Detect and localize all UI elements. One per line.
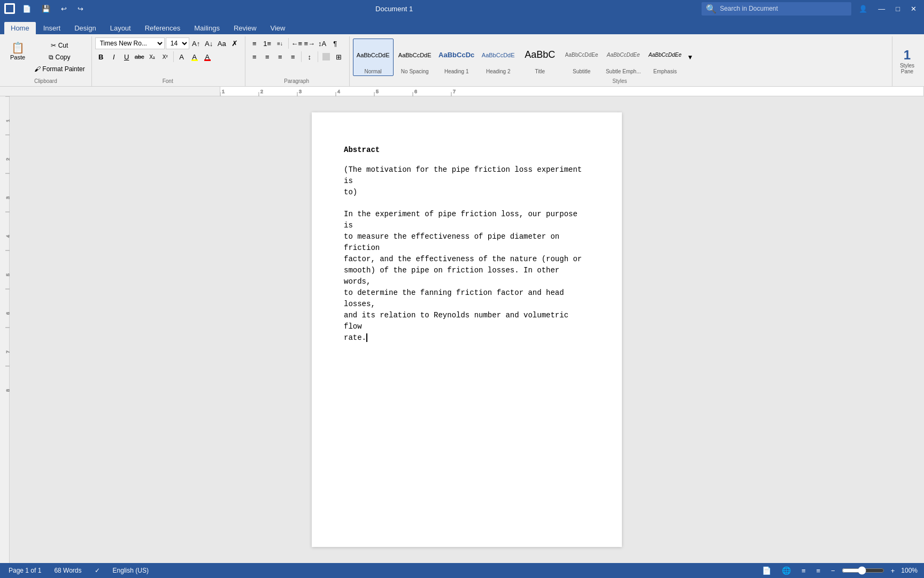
view-outline-button[interactable]: ≡ xyxy=(798,566,809,576)
new-doc-button[interactable]: 📄 xyxy=(19,4,34,14)
redo-button[interactable]: ↪ xyxy=(74,4,87,14)
styles-group: AaBbCcDdE Normal AaBbCcDdE No Spacing Aa… xyxy=(351,36,891,86)
bullets-button[interactable]: ≡ xyxy=(249,37,260,49)
strikethrough-button[interactable]: abc xyxy=(134,51,145,63)
status-bar: Page 1 of 1 68 Words ✓ English (US) 📄 🌐 … xyxy=(0,563,924,578)
tab-insert[interactable]: Insert xyxy=(37,22,67,34)
editor-area[interactable]: Abstract (The motivation for the pipe fr… xyxy=(10,96,924,563)
font-size-select[interactable]: 14 xyxy=(166,37,189,49)
align-right-button[interactable]: ≡ xyxy=(274,51,286,63)
tab-view[interactable]: View xyxy=(264,22,292,34)
undo-button[interactable]: ↩ xyxy=(58,4,70,14)
font-color-button[interactable]: A xyxy=(202,51,213,63)
superscript-button[interactable]: X² xyxy=(159,51,171,63)
tab-review[interactable]: Review xyxy=(227,22,263,34)
style-subtitle[interactable]: AaBbCcDdEe Subtitle xyxy=(561,39,602,76)
change-case-button[interactable]: Aa xyxy=(216,37,228,49)
document-heading: Abstract xyxy=(344,144,590,156)
proofing-button[interactable]: ✓ xyxy=(93,566,102,575)
show-marks-button[interactable]: ¶ xyxy=(329,37,341,49)
minimize-button[interactable]: — xyxy=(875,4,888,14)
format-painter-button[interactable]: 🖌 Format Painter xyxy=(32,64,87,74)
clear-format-button[interactable]: ✗ xyxy=(229,37,241,49)
style-normal-preview: AaBbCcDdE xyxy=(355,41,392,69)
style-heading-1[interactable]: AaBbCcDc Heading 1 xyxy=(436,39,477,76)
style-no-spacing-preview: AaBbCcDdE xyxy=(396,41,434,69)
styles-scroll-button[interactable]: ▼ xyxy=(686,37,695,77)
search-input[interactable] xyxy=(720,5,827,12)
view-draft-button[interactable]: ≡ xyxy=(813,566,824,576)
grow-font-button[interactable]: A↑ xyxy=(190,37,202,49)
svg-text:5: 5 xyxy=(5,273,10,276)
underline-button[interactable]: U xyxy=(121,51,133,63)
paragraph-group-label: Paragraph xyxy=(249,77,345,84)
style-title[interactable]: AaBbC Title xyxy=(520,39,560,76)
align-center-button[interactable]: ≡ xyxy=(261,51,273,63)
profile-button[interactable]: 👤 xyxy=(856,4,871,14)
tab-design[interactable]: Design xyxy=(68,22,102,34)
zoom-out-button[interactable]: − xyxy=(828,566,838,576)
highlight-color-button[interactable]: A xyxy=(189,51,201,63)
italic-button[interactable]: I xyxy=(108,51,120,63)
maximize-button[interactable]: □ xyxy=(892,4,903,14)
style-heading-2[interactable]: AaBbCcDdE Heading 2 xyxy=(478,39,519,76)
zoom-slider[interactable] xyxy=(842,566,884,575)
close-button[interactable]: ✕ xyxy=(907,4,920,14)
styles-section: AaBbCcDdE Normal AaBbCcDdE No Spacing Aa… xyxy=(353,37,695,77)
tab-home[interactable]: Home xyxy=(4,22,36,34)
tab-layout[interactable]: Layout xyxy=(104,22,137,34)
borders-button[interactable]: ⊞ xyxy=(333,51,345,63)
style-subtle-emph[interactable]: AaBbCcDdEe Subtle Emph... xyxy=(603,39,644,76)
sort-button[interactable]: ↕A xyxy=(317,37,328,49)
tab-references[interactable]: References xyxy=(138,22,187,34)
document[interactable]: Abstract (The motivation for the pipe fr… xyxy=(312,112,622,547)
paste-button[interactable]: 📋 Paste xyxy=(4,37,31,65)
ribbon-tabs: Home Insert Design Layout References Mai… xyxy=(0,17,924,34)
left-ruler: 1 2 3 4 5 6 7 8 xyxy=(0,96,10,563)
subscript-button[interactable]: X₂ xyxy=(147,51,158,63)
decrease-indent-button[interactable]: ←≡ xyxy=(291,37,303,49)
cut-button[interactable]: ✂ Cut xyxy=(32,40,87,51)
style-subtle-emph-label: Subtle Emph... xyxy=(606,69,641,74)
clipboard-label: Clipboard xyxy=(4,77,87,84)
document-title: Document 1 xyxy=(375,5,413,13)
line-spacing-button[interactable]: ↕ xyxy=(304,51,315,63)
zoom-in-button[interactable]: + xyxy=(888,566,898,576)
language-indicator[interactable]: English (US) xyxy=(111,566,151,575)
style-heading-2-label: Heading 2 xyxy=(486,69,511,74)
word-count[interactable]: 68 Words xyxy=(52,566,83,575)
font-name-select[interactable]: Times New Ro... xyxy=(95,37,165,49)
shading-button[interactable] xyxy=(320,51,332,63)
styles-pane-button[interactable]: 1 Styles Pane xyxy=(892,36,922,86)
style-heading-1-label: Heading 1 xyxy=(444,69,469,74)
text-effects-button[interactable]: A xyxy=(176,51,188,63)
save-button[interactable]: 💾 xyxy=(38,4,53,14)
style-emphasis-preview: AaBbCcDdEe xyxy=(646,41,684,69)
justify-button[interactable]: ≡ xyxy=(287,51,299,63)
style-emphasis[interactable]: AaBbCcDdEe Emphasis xyxy=(645,39,686,76)
increase-indent-button[interactable]: ≡→ xyxy=(304,37,315,49)
page-info[interactable]: Page 1 of 1 xyxy=(6,566,43,575)
style-subtitle-preview: AaBbCcDdEe xyxy=(563,41,600,69)
zoom-level: 100% xyxy=(901,567,918,574)
bold-button[interactable]: B xyxy=(95,51,107,63)
view-print-button[interactable]: 📄 xyxy=(759,565,774,576)
style-normal-label: Normal xyxy=(365,69,382,74)
style-normal[interactable]: AaBbCcDdE Normal xyxy=(353,39,394,76)
view-web-button[interactable]: 🌐 xyxy=(779,565,794,576)
style-no-spacing[interactable]: AaBbCcDdE No Spacing xyxy=(395,39,435,76)
copy-button[interactable]: ⧉ Copy xyxy=(32,52,87,63)
align-left-button[interactable]: ≡ xyxy=(249,51,260,63)
svg-text:4: 4 xyxy=(337,89,340,94)
svg-text:2: 2 xyxy=(260,89,263,94)
styles-group-label: Styles xyxy=(353,77,887,84)
document-paragraph-2[interactable]: In the experiment of pipe friction loss,… xyxy=(344,209,590,344)
document-paragraph-1[interactable]: (The motivation for the pipe friction lo… xyxy=(344,164,590,198)
tab-mailings[interactable]: Mailings xyxy=(188,22,226,34)
svg-text:1: 1 xyxy=(222,89,225,94)
shrink-font-button[interactable]: A↓ xyxy=(203,37,215,49)
search-bar[interactable]: 🔍 xyxy=(702,2,851,16)
multilevel-button[interactable]: ≡↓ xyxy=(274,37,286,49)
numbering-button[interactable]: 1≡ xyxy=(261,37,273,49)
title-bar-left: 📄 💾 ↩ ↪ xyxy=(4,3,87,14)
